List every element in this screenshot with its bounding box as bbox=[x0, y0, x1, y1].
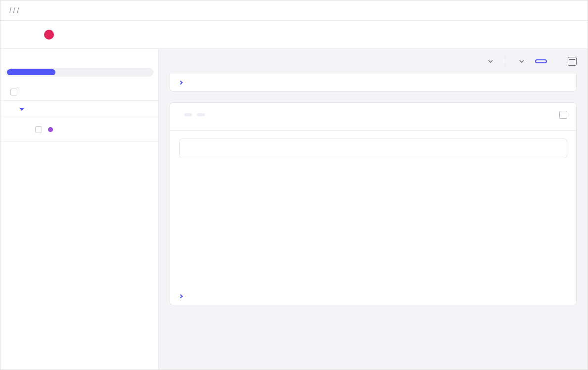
previous-card bbox=[170, 74, 577, 92]
segment-group-aggregated[interactable] bbox=[0, 101, 158, 118]
main-panel bbox=[159, 49, 588, 370]
select-all-checkbox[interactable] bbox=[10, 89, 17, 95]
seg-hidden[interactable] bbox=[103, 69, 152, 75]
expand-icon bbox=[19, 108, 24, 111]
segments-list-header bbox=[0, 84, 158, 101]
total-predictions-expander[interactable] bbox=[170, 288, 576, 305]
tab-alerts[interactable] bbox=[41, 21, 54, 48]
segment-color-swatch bbox=[48, 127, 53, 132]
chevron-down-icon bbox=[488, 59, 493, 64]
versions-dropdown[interactable] bbox=[484, 59, 493, 64]
seg-all[interactable] bbox=[7, 69, 55, 75]
granularity-dropdown[interactable] bbox=[515, 59, 524, 64]
segments-sidebar bbox=[0, 49, 159, 370]
inner-tabs bbox=[170, 119, 576, 131]
fullscreen-icon[interactable] bbox=[559, 111, 567, 119]
segment-filter-toggle bbox=[5, 68, 153, 77]
breadcrumb: / / / bbox=[0, 0, 588, 21]
calendar-icon[interactable] bbox=[568, 57, 577, 66]
input-metrics-card bbox=[170, 102, 577, 305]
segment-checkbox-all[interactable] bbox=[35, 126, 42, 133]
top-tabs bbox=[0, 21, 588, 49]
pill-y bbox=[197, 113, 205, 116]
range-7d[interactable] bbox=[535, 59, 547, 63]
prev-total-predictions[interactable] bbox=[170, 74, 576, 91]
segment-row-all[interactable] bbox=[0, 118, 158, 141]
seg-selected[interactable] bbox=[55, 69, 104, 75]
divider bbox=[504, 56, 504, 67]
alerts-badge bbox=[44, 30, 54, 40]
time-range-picker bbox=[535, 57, 577, 66]
segments-title bbox=[0, 56, 158, 68]
chevron-right-icon bbox=[179, 294, 183, 298]
chevron-down-icon bbox=[519, 59, 524, 64]
pill-x bbox=[184, 113, 192, 116]
main-toolbar bbox=[159, 49, 588, 74]
chevron-right-icon bbox=[179, 81, 183, 85]
chart-legend bbox=[179, 139, 567, 158]
chart-area bbox=[170, 162, 576, 288]
